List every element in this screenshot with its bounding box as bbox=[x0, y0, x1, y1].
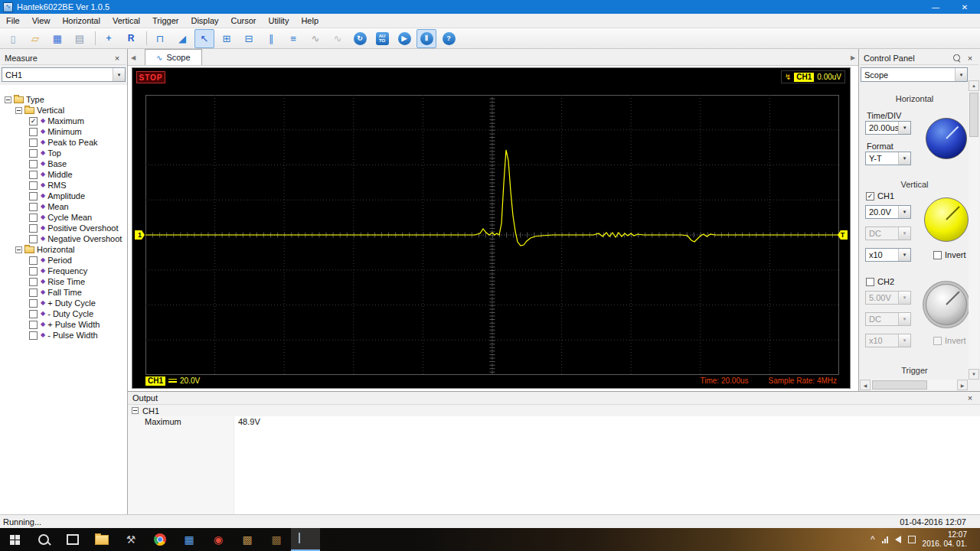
menu-horizontal[interactable]: Horizontal bbox=[56, 15, 106, 27]
measure-item-maximum[interactable]: Maximum bbox=[2, 116, 127, 126]
measure-close-icon[interactable]: × bbox=[112, 54, 122, 63]
measure-item-duty-cycle[interactable]: + Duty Cycle bbox=[2, 298, 127, 308]
checkbox[interactable] bbox=[29, 149, 38, 158]
checkbox[interactable] bbox=[29, 289, 38, 297]
collapse-toggle-icon[interactable] bbox=[132, 407, 139, 414]
help-icon[interactable]: ? bbox=[439, 29, 459, 48]
tab-scroll-left-icon[interactable] bbox=[128, 50, 139, 65]
checkbox[interactable] bbox=[29, 139, 38, 147]
ch1-coupling-select[interactable]: DC bbox=[865, 227, 911, 240]
checkbox[interactable] bbox=[29, 203, 38, 211]
checkbox[interactable] bbox=[29, 256, 38, 265]
menu-vertical[interactable]: Vertical bbox=[106, 15, 146, 27]
measure-item-pulse-width[interactable]: + Pulse Width bbox=[2, 319, 127, 330]
measure-item-middle[interactable]: Middle bbox=[2, 169, 127, 180]
measure-item-rise-time[interactable]: Rise Time bbox=[2, 276, 127, 287]
photo-app-button[interactable]: ▩ bbox=[262, 528, 291, 551]
close-button[interactable]: ✕ bbox=[949, 0, 980, 14]
checkbox[interactable] bbox=[29, 160, 38, 168]
file-explorer-button[interactable] bbox=[87, 528, 116, 551]
checkbox[interactable] bbox=[29, 192, 38, 201]
ch2-probe-select[interactable]: x10 bbox=[865, 334, 911, 347]
ch2-coupling-select[interactable]: DC bbox=[865, 312, 911, 326]
menu-file[interactable]: File bbox=[0, 15, 26, 27]
network-icon[interactable] bbox=[882, 536, 888, 543]
measure-item-base[interactable]: Base bbox=[2, 158, 127, 169]
checkbox[interactable] bbox=[29, 181, 38, 190]
square-wave-icon[interactable]: ⊓ bbox=[150, 29, 170, 48]
open-file-icon[interactable]: ▱ bbox=[25, 29, 45, 48]
tab-scope[interactable]: Scope bbox=[145, 49, 202, 65]
checkbox[interactable] bbox=[29, 235, 38, 243]
scope-display[interactable]: STOP ↯ CH1 0.00uV 1 T CH1 20.0V Time bbox=[132, 67, 851, 389]
scroll-up-icon[interactable] bbox=[969, 80, 979, 91]
timebase-knob[interactable] bbox=[926, 118, 967, 159]
ramp-wave-icon[interactable]: ◢ bbox=[172, 29, 192, 48]
checkbox[interactable] bbox=[29, 278, 38, 286]
start-button[interactable] bbox=[0, 528, 29, 551]
save-icon[interactable]: ▦ bbox=[47, 29, 67, 48]
record-icon[interactable]: R bbox=[121, 29, 141, 48]
task-view-button[interactable] bbox=[58, 528, 87, 551]
autoset-icon[interactable]: AU TO bbox=[372, 29, 392, 48]
measure-channel-select[interactable]: CH1 bbox=[2, 67, 126, 82]
measure-item-amplitude[interactable]: Amplitude bbox=[2, 191, 127, 201]
case-app-button[interactable]: ▩ bbox=[233, 528, 262, 551]
measure-item-top[interactable]: Top bbox=[2, 148, 127, 158]
ch2-volts-select[interactable]: 5.00V bbox=[865, 291, 911, 305]
checkbox[interactable] bbox=[29, 310, 38, 318]
timebase-select[interactable]: 20.00us bbox=[865, 121, 911, 135]
output-close-icon[interactable]: × bbox=[965, 393, 975, 403]
ch1-probe-select[interactable]: x10 bbox=[865, 248, 911, 262]
pin-icon[interactable] bbox=[952, 53, 962, 63]
chrome-button[interactable] bbox=[145, 528, 175, 551]
measure-item-peak-to-peak[interactable]: Peak to Peak bbox=[2, 137, 127, 148]
measure-item-frequency[interactable]: Frequency bbox=[2, 266, 127, 276]
new-file-icon[interactable]: ▯ bbox=[3, 29, 23, 48]
collapse-toggle-icon[interactable] bbox=[15, 107, 22, 114]
checkbox[interactable] bbox=[29, 224, 38, 233]
refresh-icon[interactable]: ↻ bbox=[350, 29, 370, 48]
grid-full-icon[interactable]: ⊞ bbox=[217, 29, 237, 48]
measure-item-minimum[interactable]: Minimum bbox=[2, 126, 127, 137]
ref-wave-icon[interactable]: ∿ bbox=[305, 29, 325, 48]
pause-icon[interactable]: Ⅱ bbox=[416, 29, 436, 48]
format-select[interactable]: Y-T bbox=[865, 152, 911, 165]
cursor-horizontal-icon[interactable]: ≡ bbox=[283, 29, 303, 48]
channel1-ground-marker[interactable]: 1 bbox=[135, 230, 145, 240]
hantek-app-button[interactable] bbox=[291, 528, 320, 551]
menu-view[interactable]: View bbox=[26, 15, 57, 27]
action-center-icon[interactable] bbox=[908, 536, 916, 543]
checkbox[interactable] bbox=[29, 128, 38, 136]
measure-item-positive-overshoot[interactable]: Positive Overshoot bbox=[2, 223, 127, 233]
menu-display[interactable]: Display bbox=[185, 15, 224, 27]
start-icon[interactable]: ▶ bbox=[394, 29, 414, 48]
control-vertical-scrollbar[interactable] bbox=[969, 80, 979, 380]
control-horizontal-scrollbar[interactable] bbox=[860, 380, 968, 390]
ch1-checkbox[interactable] bbox=[866, 192, 874, 201]
ch2-volts-knob[interactable] bbox=[926, 284, 967, 325]
measure-item-fall-time[interactable]: Fall Time bbox=[2, 287, 127, 298]
checkbox[interactable] bbox=[29, 321, 38, 329]
measure-item-cycle-mean[interactable]: Cycle Mean bbox=[2, 212, 127, 223]
red-app-button[interactable]: ◉ bbox=[204, 528, 233, 551]
volume-icon[interactable] bbox=[895, 536, 901, 543]
print-icon[interactable]: ▤ bbox=[70, 29, 90, 48]
menu-trigger[interactable]: Trigger bbox=[146, 15, 185, 27]
collapse-toggle-icon[interactable] bbox=[5, 96, 11, 103]
measure-item-pulse-width[interactable]: - Pulse Width bbox=[2, 330, 127, 341]
measure-item-rms[interactable]: RMS bbox=[2, 180, 127, 191]
scrollbar-thumb[interactable] bbox=[872, 380, 927, 390]
collapse-toggle-icon[interactable] bbox=[15, 246, 22, 253]
measure-item-period[interactable]: Period bbox=[2, 255, 127, 266]
measure-item-negative-overshoot[interactable]: Negative Overshoot bbox=[2, 233, 127, 244]
tools-app-button[interactable]: ⚒ bbox=[116, 528, 145, 551]
checkbox[interactable] bbox=[29, 267, 38, 276]
hidden-icons-chevron-icon[interactable] bbox=[871, 534, 875, 545]
menu-help[interactable]: Help bbox=[295, 15, 325, 27]
ch1-volts-select[interactable]: 20.0V bbox=[865, 205, 911, 219]
cursor-vertical-icon[interactable]: ∥ bbox=[261, 29, 281, 48]
checkbox[interactable] bbox=[29, 214, 38, 222]
grid-half-icon[interactable]: ⊟ bbox=[239, 29, 259, 48]
checkbox[interactable] bbox=[29, 299, 38, 308]
